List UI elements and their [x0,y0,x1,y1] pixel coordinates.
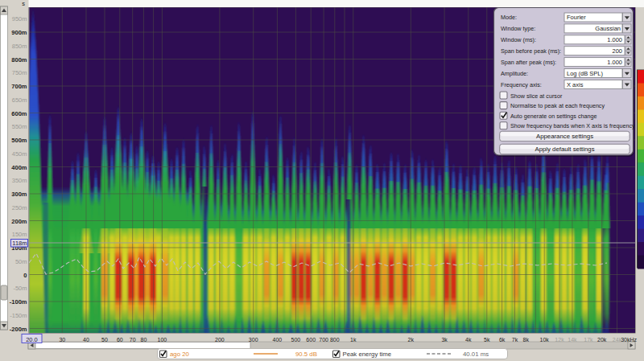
svg-text:500m: 500m [11,137,27,144]
svg-text:600: 600 [306,337,316,343]
svg-text:Window type:: Window type: [501,25,535,32]
svg-text:90.5 dB: 90.5 dB [295,351,317,358]
svg-text:600m: 600m [11,110,27,117]
svg-text:500: 500 [291,337,301,343]
svg-text:8k: 8k [522,337,529,343]
svg-text:800m: 800m [11,56,27,64]
svg-text:Window (ms):: Window (ms): [501,36,536,43]
svg-text:70: 70 [130,337,136,343]
svg-text:17k: 17k [584,337,593,343]
svg-text:10k: 10k [540,337,550,343]
svg-text:450m: 450m [12,150,27,158]
svg-text:30kHz: 30kHz [621,337,637,343]
svg-text:80: 80 [141,337,147,343]
svg-text:300: 300 [249,337,258,343]
svg-text:Show slice at cursor: Show slice at cursor [510,92,563,100]
svg-text:750m: 750m [12,69,27,76]
svg-text:4k: 4k [465,337,472,343]
svg-text:40: 40 [83,337,89,343]
svg-text:1.000: 1.000 [607,36,622,43]
svg-text:5k: 5k [484,337,490,343]
svg-text:14k: 14k [568,337,577,343]
svg-text:30: 30 [59,337,65,343]
svg-text:Peak energy time: Peak energy time [343,351,392,358]
svg-text:850m: 850m [12,43,27,50]
svg-text:150m: 150m [12,231,27,238]
svg-text:250m: 250m [12,204,27,211]
svg-text:50m: 50m [15,258,27,265]
svg-text:40.01 ms: 40.01 ms [463,351,489,358]
svg-text:7k: 7k [512,337,518,343]
svg-text:Gaussian: Gaussian [595,25,621,32]
svg-text:20.0: 20.0 [26,336,38,343]
svg-text:20k: 20k [597,337,607,343]
svg-text:1k: 1k [350,337,357,343]
svg-text:-100m: -100m [10,298,27,306]
svg-text:300m: 300m [11,191,27,198]
svg-text:-200m: -200m [10,326,27,333]
svg-text:Amplitude:: Amplitude: [501,70,528,77]
svg-text:Auto generate on settings chan: Auto generate on settings change [510,113,597,120]
svg-text:200m: 200m [11,218,27,225]
svg-text:Fourier: Fourier [567,14,586,21]
svg-text:700: 700 [319,337,328,343]
svg-text:12k: 12k [555,337,564,343]
svg-text:Mode:: Mode: [501,14,517,21]
svg-text:100: 100 [158,337,167,343]
svg-text:Log (dB SPL): Log (dB SPL) [567,70,604,77]
svg-text:350m: 350m [12,177,27,184]
svg-text:Span before peak (ms):: Span before peak (ms): [501,47,561,55]
svg-text:6k: 6k [499,337,506,343]
svg-text:200: 200 [612,47,622,55]
svg-text:Appearance settings: Appearance settings [536,133,593,140]
svg-text:Span after peak (ms):: Span after peak (ms): [501,59,556,66]
svg-text:118m: 118m [12,240,27,247]
svg-text:s: s [22,0,25,7]
svg-text:Apply default settings: Apply default settings [535,146,594,153]
svg-text:Show frequency bands when X ax: Show frequency bands when X axis is freq… [510,122,635,129]
svg-text:3k: 3k [441,337,448,343]
svg-text:1.000: 1.000 [607,59,622,66]
svg-text:-50m: -50m [13,285,27,292]
svg-text:950m: 950m [12,15,27,23]
svg-text:400m: 400m [11,164,27,171]
svg-text:Frequency axis:: Frequency axis: [501,81,542,88]
svg-text:ago 20: ago 20 [170,351,190,358]
svg-text:Normalise to peak at each freq: Normalise to peak at each frequency [510,102,605,109]
svg-text:0: 0 [23,272,27,279]
svg-text:200: 200 [215,337,225,343]
svg-text:60: 60 [117,337,123,343]
svg-text:50: 50 [101,337,108,343]
svg-text:700m: 700m [11,83,27,90]
svg-text:550m: 550m [12,123,27,130]
svg-text:-150m: -150m [10,312,27,319]
svg-text:650m: 650m [12,96,27,104]
svg-text:2k: 2k [408,337,415,343]
svg-text:900m: 900m [11,29,27,36]
svg-text:400: 400 [273,337,283,343]
svg-text:800: 800 [330,337,340,343]
svg-text:X axis: X axis [567,81,584,88]
